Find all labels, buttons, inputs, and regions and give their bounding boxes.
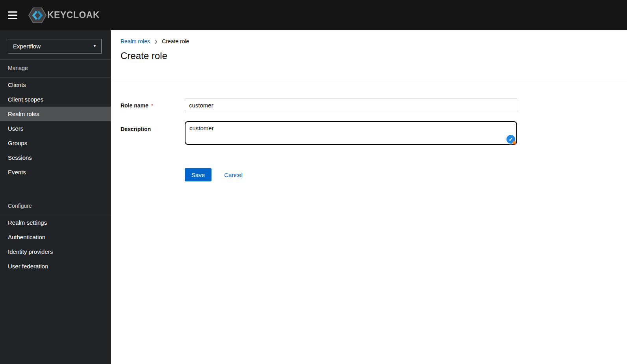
- caret-down-icon: ▼: [93, 44, 96, 48]
- main-content: Realm roles ❯ Create role Create role Ro…: [111, 30, 627, 364]
- realm-selector-dropdown[interactable]: Expertflow ▼: [8, 39, 102, 54]
- breadcrumb: Realm roles ❯ Create role: [121, 38, 627, 44]
- description-label: Description: [121, 126, 151, 132]
- sidebar-item-identity-providers[interactable]: Identity providers: [0, 244, 111, 259]
- form-actions: Save Cancel: [185, 168, 627, 181]
- breadcrumb-realm-roles-link[interactable]: Realm roles: [121, 38, 150, 44]
- page-title: Create role: [121, 50, 627, 61]
- masthead: KEYCLOAK: [0, 0, 627, 30]
- sidebar-item-realm-roles[interactable]: Realm roles: [0, 107, 111, 121]
- keycloak-logo-text: KEYCLOAK: [47, 10, 100, 20]
- sidebar-nav: Expertflow ▼ Manage Clients Client scope…: [0, 30, 111, 364]
- grammarly-check-icon: ✓: [508, 136, 513, 142]
- nav-section-title-configure: Configure: [0, 198, 111, 215]
- sidebar-item-events[interactable]: Events: [0, 165, 111, 179]
- keycloak-logo-icon: [28, 7, 46, 24]
- sidebar-item-clients[interactable]: Clients: [0, 78, 111, 92]
- save-button[interactable]: Save: [185, 168, 211, 181]
- breadcrumb-separator-icon: ❯: [154, 39, 158, 44]
- role-name-row: Role name*: [121, 98, 627, 112]
- hamburger-menu-icon[interactable]: [8, 11, 18, 20]
- sidebar-item-client-scopes[interactable]: Client scopes: [0, 92, 111, 107]
- keycloak-logo[interactable]: KEYCLOAK: [28, 7, 100, 24]
- sidebar-item-users[interactable]: Users: [0, 121, 111, 136]
- breadcrumb-current: Create role: [162, 38, 189, 44]
- sidebar-item-realm-settings[interactable]: Realm settings: [0, 215, 111, 230]
- sidebar-item-user-federation[interactable]: User federation: [0, 259, 111, 273]
- sidebar-divider: [0, 54, 111, 60]
- description-row: Description customer ✓: [121, 121, 627, 146]
- role-name-label: Role name: [121, 102, 148, 109]
- sidebar-item-sessions[interactable]: Sessions: [0, 150, 111, 165]
- realm-selector-value: Expertflow: [13, 43, 41, 50]
- sidebar-item-authentication[interactable]: Authentication: [0, 230, 111, 244]
- nav-section-configure: Configure Realm settings Authentication …: [0, 198, 111, 273]
- page-header: Realm roles ❯ Create role Create role: [111, 30, 627, 79]
- grammarly-icon[interactable]: ✓: [506, 134, 516, 144]
- required-asterisk: *: [151, 103, 153, 109]
- nav-section-manage: Manage Clients Client scopes Realm roles…: [0, 60, 111, 179]
- create-role-form: Role name* Description customer ✓: [111, 79, 627, 181]
- role-name-input[interactable]: [185, 98, 517, 112]
- nav-section-title-manage: Manage: [0, 60, 111, 78]
- description-textarea[interactable]: customer: [185, 121, 517, 145]
- sidebar-item-groups[interactable]: Groups: [0, 136, 111, 150]
- cancel-link[interactable]: Cancel: [224, 172, 243, 178]
